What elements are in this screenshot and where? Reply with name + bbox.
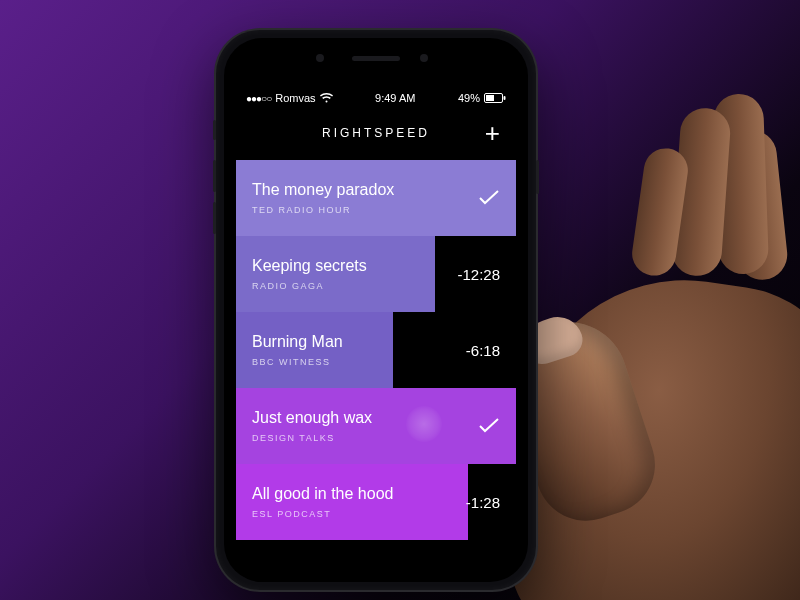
podcast-item-content: Keeping secretsRADIO GAGA [236, 257, 457, 291]
podcast-title: All good in the hood [252, 485, 466, 503]
podcast-item-content: Burning ManBBC WITNESS [236, 333, 466, 367]
podcast-title: Burning Man [252, 333, 466, 351]
app-header: RIGHTSPEED + [236, 110, 516, 160]
podcast-source: ESL PODCAST [252, 509, 466, 519]
time-remaining: -1:28 [466, 494, 516, 511]
front-camera [316, 54, 324, 62]
podcast-item-content: All good in the hoodESL PODCAST [236, 485, 466, 519]
podcast-item[interactable]: The money paradoxTED RADIO HOUR [236, 160, 516, 236]
battery-icon [484, 93, 506, 103]
clock: 9:49 AM [375, 92, 415, 104]
podcast-source: BBC WITNESS [252, 357, 466, 367]
proximity-sensor [420, 54, 428, 62]
volume-up-button[interactable] [213, 160, 216, 192]
check-icon [478, 418, 516, 434]
time-remaining: -12:28 [457, 266, 516, 283]
status-bar: ●●●○○ Romvas 9:49 AM 49% [236, 86, 516, 110]
app-title: RIGHTSPEED [276, 126, 476, 140]
phone-screen: ●●●○○ Romvas 9:49 AM 49% RIGHTSPEED [236, 86, 516, 562]
svg-rect-1 [486, 95, 494, 101]
podcast-list: The money paradoxTED RADIO HOURKeeping s… [236, 160, 516, 540]
svg-rect-2 [504, 96, 506, 100]
signal-strength-icon: ●●●○○ [246, 93, 271, 104]
podcast-item[interactable]: Burning ManBBC WITNESS-6:18 [236, 312, 516, 388]
podcast-item[interactable]: Just enough waxDESIGN TALKS [236, 388, 516, 464]
podcast-source: RADIO GAGA [252, 281, 457, 291]
battery-percent: 49% [458, 92, 480, 104]
check-icon [478, 190, 516, 206]
podcast-item[interactable]: All good in the hoodESL PODCAST-1:28 [236, 464, 516, 540]
phone-frame: ●●●○○ Romvas 9:49 AM 49% RIGHTSPEED [216, 30, 536, 590]
wifi-icon [320, 93, 333, 103]
carrier-label: Romvas [275, 92, 315, 104]
podcast-title: Keeping secrets [252, 257, 457, 275]
podcast-item[interactable]: Keeping secretsRADIO GAGA-12:28 [236, 236, 516, 312]
mute-switch[interactable] [213, 120, 216, 140]
add-button[interactable]: + [476, 120, 500, 146]
podcast-title: Just enough wax [252, 409, 478, 427]
volume-down-button[interactable] [213, 202, 216, 234]
power-button[interactable] [536, 160, 539, 194]
time-remaining: -6:18 [466, 342, 516, 359]
touch-indicator [406, 406, 442, 442]
podcast-item-content: The money paradoxTED RADIO HOUR [236, 181, 478, 215]
earpiece-speaker [352, 56, 400, 61]
podcast-source: TED RADIO HOUR [252, 205, 478, 215]
podcast-title: The money paradox [252, 181, 478, 199]
podcast-source: DESIGN TALKS [252, 433, 478, 443]
